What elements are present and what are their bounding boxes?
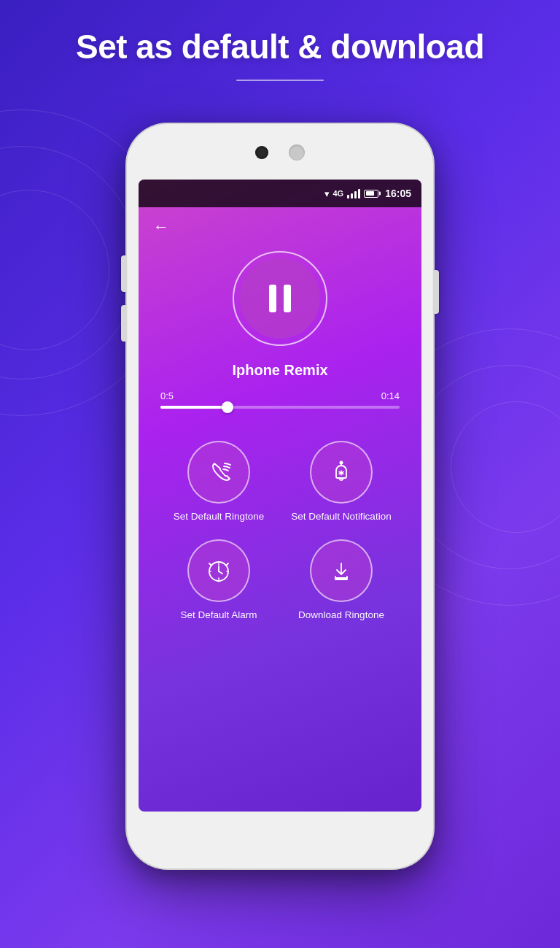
download-button-circle — [310, 539, 373, 602]
side-buttons-left — [121, 255, 127, 342]
pause-button[interactable] — [233, 251, 327, 346]
status-icons: ▾ 4G 16:05 — [324, 188, 412, 199]
side-buttons-right — [433, 270, 439, 314]
actions-grid: Set Default Ringtone — [153, 420, 407, 628]
progress-times: 0:5 0:14 — [160, 390, 400, 401]
download-label: Download Ringtone — [298, 609, 384, 620]
network-indicator: 4G — [333, 189, 344, 198]
phone-camera-area — [255, 144, 305, 161]
battery-icon — [364, 190, 378, 198]
pause-button-inner — [240, 258, 320, 339]
pause-bar-left — [269, 285, 276, 312]
camera-lens — [255, 146, 268, 159]
status-bar: ▾ 4G 16:05 — [139, 180, 421, 207]
progress-track[interactable] — [160, 406, 400, 409]
alarm-icon — [204, 556, 233, 585]
svg-point-0 — [341, 462, 343, 464]
app-content: ← Iphone Remix — [139, 207, 421, 642]
track-name: Iphone Remix — [232, 362, 327, 379]
alarm-button-circle — [187, 539, 250, 602]
action-set-ringtone[interactable]: Set Default Ringtone — [163, 441, 274, 522]
ringtone-label: Set Default Ringtone — [174, 511, 265, 522]
header-divider — [236, 80, 324, 81]
action-set-alarm[interactable]: Set Default Alarm — [163, 539, 274, 620]
progress-thumb[interactable] — [222, 401, 233, 413]
phone-mockup: ▾ 4G 16:05 — [127, 124, 433, 868]
phone-body: ▾ 4G 16:05 — [127, 124, 433, 868]
phone-screen: ▾ 4G 16:05 — [139, 180, 421, 812]
notification-button-circle — [310, 441, 373, 504]
svg-line-6 — [219, 571, 222, 574]
speaker — [289, 144, 305, 161]
action-set-notification[interactable]: Set Default Notification — [286, 441, 397, 522]
phone-ring-icon — [204, 458, 233, 487]
back-button[interactable]: ← — [153, 217, 169, 236]
status-time: 16:05 — [385, 188, 411, 199]
volume-down-button — [121, 305, 127, 342]
notification-label: Set Default Notification — [291, 511, 391, 522]
volume-up-button — [121, 255, 127, 292]
power-button — [433, 270, 439, 314]
download-icon — [327, 556, 356, 585]
page-header: Set as default & download — [0, 0, 560, 81]
page-title: Set as default & download — [0, 28, 560, 66]
progress-fill — [160, 406, 228, 409]
bell-icon — [327, 458, 356, 487]
ringtone-button-circle — [187, 441, 250, 504]
action-download-ringtone[interactable]: Download Ringtone — [286, 539, 397, 620]
total-time: 0:14 — [381, 390, 400, 401]
player-section: Iphone Remix 0:5 0:14 — [153, 244, 407, 420]
pause-bar-right — [284, 285, 291, 312]
alarm-label: Set Default Alarm — [180, 609, 257, 620]
current-time: 0:5 — [160, 390, 174, 401]
wifi-icon: ▾ — [324, 188, 330, 199]
pause-icon — [269, 285, 291, 312]
signal-bars — [347, 188, 360, 199]
progress-container: 0:5 0:14 — [153, 390, 407, 409]
